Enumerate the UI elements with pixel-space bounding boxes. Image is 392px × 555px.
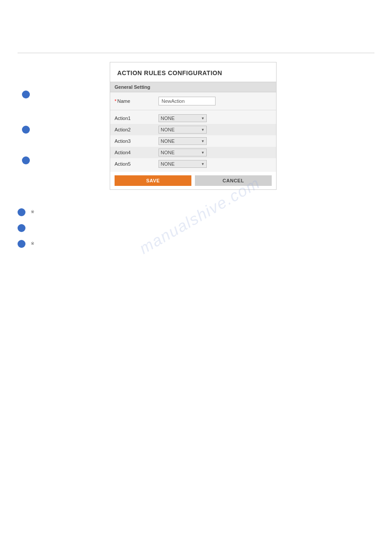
name-input[interactable]	[158, 97, 216, 105]
name-row: *Name	[110, 92, 276, 110]
action1-select[interactable]: NONE Option1 Option2	[158, 114, 207, 122]
action5-select-wrapper: NONE Option1 Option2	[158, 160, 207, 168]
annotation-item-3: ※	[18, 239, 374, 248]
annotation-sub-1: ※	[31, 208, 34, 215]
action3-select-wrapper: NONE Option1 Option2	[158, 137, 207, 145]
save-button[interactable]: SAVE	[115, 175, 191, 186]
annotation-dot-bottom-2	[18, 224, 25, 232]
action-row: Action3 NONE Option1 Option2	[110, 135, 276, 147]
action2-select-wrapper: NONE Option1 Option2	[158, 126, 207, 134]
name-label: *Name	[115, 98, 158, 104]
action5-select[interactable]: NONE Option1 Option2	[158, 160, 207, 168]
annotation-item-2	[18, 223, 374, 232]
action2-label: Action2	[115, 127, 158, 132]
annotation-text-1: ※	[31, 207, 34, 215]
action4-select-wrapper: NONE Option1 Option2	[158, 149, 207, 156]
bottom-annotations: ※ ※	[0, 199, 392, 264]
required-indicator: *	[115, 98, 116, 104]
annotation-item-1: ※	[18, 207, 374, 216]
action4-select[interactable]: NONE Option1 Option2	[158, 149, 207, 156]
action-row: Action5 NONE Option1 Option2	[110, 158, 276, 170]
page-container: ACTION RULES CONFIGURATION General Setti…	[0, 53, 392, 555]
actions-section: Action1 NONE Option1 Option2 Action2 NON…	[110, 110, 276, 172]
action1-select-wrapper: NONE Option1 Option2	[158, 114, 207, 122]
annotation-text-3: ※	[31, 239, 34, 247]
action3-select[interactable]: NONE Option1 Option2	[158, 137, 207, 145]
action2-select[interactable]: NONE Option1 Option2	[158, 126, 207, 134]
button-row: SAVE CANCEL	[110, 172, 276, 189]
config-panel: ACTION RULES CONFIGURATION General Setti…	[110, 62, 277, 190]
annotation-dot-bottom-3	[18, 240, 25, 248]
action-row: Action4 NONE Option1 Option2	[110, 147, 276, 158]
annotation-dot-3	[22, 156, 30, 164]
action1-label: Action1	[115, 116, 158, 121]
annotation-sub-3: ※	[31, 240, 34, 247]
cancel-button[interactable]: CANCEL	[195, 175, 272, 186]
action5-label: Action5	[115, 161, 158, 167]
action4-label: Action4	[115, 150, 158, 155]
action3-label: Action3	[115, 138, 158, 144]
action-row: Action2 NONE Option1 Option2	[110, 124, 276, 135]
config-title: ACTION RULES CONFIGURATION	[110, 62, 276, 82]
section-header-general: General Setting	[110, 82, 276, 92]
annotation-area	[18, 62, 44, 190]
main-content: ACTION RULES CONFIGURATION General Setti…	[0, 53, 392, 199]
general-setting-section: General Setting *Name	[110, 82, 276, 110]
annotation-dot-1	[22, 91, 30, 98]
action-row: Action1 NONE Option1 Option2	[110, 112, 276, 124]
annotation-dot-2	[22, 126, 30, 134]
annotation-dot-bottom-1	[18, 208, 25, 216]
